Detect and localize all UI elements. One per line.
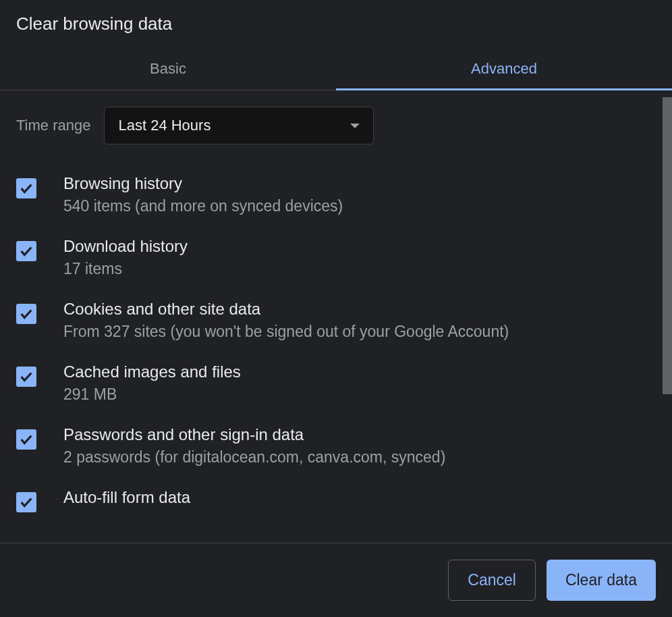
dialog-title: Clear browsing data [16, 14, 656, 48]
checkbox-browsing-history[interactable] [16, 178, 36, 198]
checkbox-download-history[interactable] [16, 241, 36, 261]
scrollbar-track[interactable] [663, 90, 672, 543]
content-wrapper: Time range Last 24 Hours Browsing histor… [0, 90, 672, 543]
check-icon [19, 181, 34, 196]
option-download-history: Download history 17 items [16, 237, 656, 278]
checkbox-passwords[interactable] [16, 429, 36, 450]
tab-bar: Basic Advanced [0, 48, 672, 90]
tab-advanced[interactable]: Advanced [336, 48, 672, 90]
dialog-content: Time range Last 24 Hours Browsing histor… [0, 90, 672, 543]
option-title: Cookies and other site data [63, 300, 509, 319]
option-text: Auto-fill form data [63, 488, 190, 507]
option-text: Browsing history 540 items (and more on … [63, 174, 343, 215]
scrollbar-thumb[interactable] [663, 97, 672, 394]
option-title: Cached images and files [63, 363, 241, 381]
option-autofill: Auto-fill form data [16, 488, 656, 512]
dialog-footer: Cancel Clear data [0, 543, 672, 617]
time-range-row: Time range Last 24 Hours [16, 107, 656, 144]
dialog-header: Clear browsing data [0, 0, 672, 48]
option-desc: 540 items (and more on synced devices) [63, 197, 343, 215]
checkbox-cached[interactable] [16, 367, 36, 387]
caret-down-icon [350, 124, 360, 128]
check-icon [19, 244, 34, 259]
option-cached: Cached images and files 291 MB [16, 363, 656, 404]
option-browsing-history: Browsing history 540 items (and more on … [16, 174, 656, 215]
tab-label: Basic [150, 60, 186, 77]
time-range-select[interactable]: Last 24 Hours [104, 107, 374, 144]
check-icon [19, 432, 34, 447]
options-list: Browsing history 540 items (and more on … [16, 174, 656, 512]
clear-browsing-data-dialog: Clear browsing data Basic Advanced Time … [0, 0, 672, 617]
check-icon [19, 306, 34, 321]
time-range-label: Time range [16, 117, 90, 134]
option-title: Browsing history [63, 174, 343, 193]
option-text: Download history 17 items [63, 237, 188, 278]
option-text: Cached images and files 291 MB [63, 363, 241, 404]
cancel-button[interactable]: Cancel [448, 560, 536, 601]
option-title: Auto-fill form data [63, 488, 190, 507]
option-desc: 2 passwords (for digitalocean.com, canva… [63, 448, 445, 466]
option-title: Passwords and other sign-in data [63, 425, 445, 444]
option-desc: 17 items [63, 260, 188, 278]
clear-data-button[interactable]: Clear data [547, 560, 656, 601]
tab-basic[interactable]: Basic [0, 48, 336, 90]
checkbox-cookies[interactable] [16, 304, 36, 324]
option-text: Cookies and other site data From 327 sit… [63, 300, 509, 341]
tab-label: Advanced [471, 60, 537, 77]
time-range-value: Last 24 Hours [118, 117, 211, 134]
option-title: Download history [63, 237, 188, 256]
check-icon [19, 369, 34, 384]
checkbox-autofill[interactable] [16, 492, 36, 512]
option-desc: 291 MB [63, 385, 241, 404]
check-icon [19, 495, 34, 510]
option-cookies: Cookies and other site data From 327 sit… [16, 300, 656, 341]
option-passwords: Passwords and other sign-in data 2 passw… [16, 425, 656, 466]
option-text: Passwords and other sign-in data 2 passw… [63, 425, 445, 466]
option-desc: From 327 sites (you won't be signed out … [63, 323, 509, 341]
